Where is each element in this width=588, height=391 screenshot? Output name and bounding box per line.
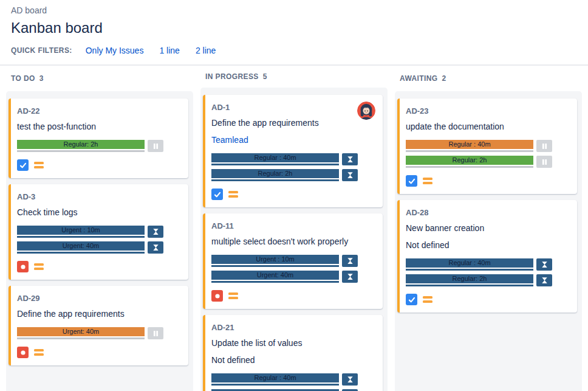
time-bar: Regular : 40m — [406, 140, 533, 152]
card-title: Update the list of values — [211, 338, 375, 348]
hourglass-icon[interactable] — [342, 373, 358, 386]
time-bar-track — [17, 252, 145, 254]
bug-icon — [17, 347, 29, 358]
card-key: AD-1 — [211, 103, 375, 112]
time-bar-track — [211, 384, 339, 386]
filter-only-my-issues[interactable]: Only My Issues — [86, 46, 144, 55]
card-ad-29[interactable]: AD-29Define the app requirementsUrgent: … — [9, 286, 188, 365]
time-bar-track — [406, 269, 533, 271]
board-column-to-do: TO DO3AD-22test the post-functionRegular… — [6, 66, 193, 391]
card-assignee-link[interactable]: Teamlead — [211, 135, 375, 145]
time-bar-track — [17, 236, 145, 238]
time-bar-label: Urgent: 40m — [17, 327, 145, 336]
card-note: Not defined — [406, 240, 570, 251]
card-ad-28[interactable]: AD-28New banner creationNot definedRegul… — [397, 200, 577, 313]
priority-medium-icon — [228, 292, 238, 299]
time-bar-track — [406, 285, 533, 286]
bug-icon — [17, 261, 29, 272]
column-body: AD-22test the post-functionRegular: 2hAD… — [6, 91, 193, 391]
card-ad-1[interactable]: AD-1Define the app requirementsTeamleadR… — [203, 95, 383, 207]
hourglass-icon[interactable] — [342, 255, 358, 267]
time-bars: Regular : 40mRegular: 2h — [211, 153, 375, 181]
card-ad-21[interactable]: AD-21Update the list of valuesNot define… — [203, 315, 383, 391]
time-bar-row: Regular : 40m — [406, 258, 570, 271]
column-header: IN PROGRESS5 — [200, 66, 388, 88]
priority-medium-icon — [228, 191, 238, 198]
hourglass-icon[interactable] — [148, 226, 163, 238]
card-ad-11[interactable]: AD-11multiple select doesn't work proper… — [203, 213, 383, 309]
pause-icon[interactable] — [148, 140, 163, 152]
time-bar-track — [406, 166, 533, 168]
task-icon — [17, 159, 29, 171]
column-header: AWAITING2 — [395, 66, 582, 91]
priority-medium-icon — [423, 296, 432, 303]
card-footer — [17, 159, 181, 171]
priority-medium-icon — [423, 178, 432, 184]
time-bar: Urgent: 40m — [211, 271, 339, 283]
time-bar-label: Regular : 40m — [406, 140, 533, 149]
card-key: AD-23 — [406, 106, 570, 116]
time-bar: Urgent: 40m — [17, 241, 145, 254]
card-title: multiple select doesn't work properly — [211, 237, 375, 247]
task-icon — [406, 175, 417, 187]
pause-icon[interactable] — [148, 327, 163, 339]
hourglass-icon[interactable] — [342, 169, 358, 181]
assignee-avatar[interactable] — [357, 102, 375, 120]
time-bar: Regular: 2h — [211, 169, 339, 181]
card-title: Define the app requirements — [211, 118, 375, 128]
column-count: 2 — [442, 74, 446, 83]
time-bar-track — [211, 179, 339, 181]
column-count: 3 — [39, 74, 44, 83]
time-bar-row: Urgent: 40m — [17, 327, 181, 339]
time-bar: Urgent : 10m — [17, 226, 145, 238]
card-ad-22[interactable]: AD-22test the post-functionRegular: 2h — [9, 99, 188, 178]
filter-1-line[interactable]: 1 line — [159, 46, 179, 55]
board-column-in-progress: IN PROGRESS5AD-1Define the app requireme… — [200, 66, 388, 391]
hourglass-icon[interactable] — [148, 241, 163, 254]
column-name: TO DO — [11, 74, 35, 83]
card-footer — [211, 290, 375, 302]
time-bar-label: Urgent : 10m — [211, 255, 339, 264]
bug-icon — [211, 290, 223, 302]
card-footer — [211, 189, 375, 200]
hourglass-icon[interactable] — [536, 258, 552, 271]
time-bars: Urgent : 10mUrgent: 40m — [211, 255, 375, 283]
hourglass-icon[interactable] — [536, 274, 552, 286]
priority-medium-icon — [34, 162, 44, 168]
time-bars: Urgent: 40m — [17, 327, 181, 339]
time-bar-label: Urgent : 10m — [17, 226, 145, 235]
pause-icon[interactable] — [536, 140, 552, 152]
time-bar-track — [211, 281, 339, 283]
card-title: New banner creation — [406, 223, 570, 234]
card-key: AD-21 — [211, 323, 375, 332]
time-bar-label: Regular: 2h — [406, 274, 533, 283]
quick-filters-row: QUICK FILTERS: Only My Issues 1 line 2 l… — [11, 46, 577, 64]
task-icon — [406, 294, 417, 305]
column-count: 5 — [263, 72, 267, 81]
card-title: Define the app requirements — [17, 309, 181, 319]
pause-icon[interactable] — [536, 156, 552, 168]
time-bar-track — [211, 164, 339, 165]
hourglass-icon[interactable] — [342, 271, 358, 283]
time-bar-row: Urgent: 40m — [211, 271, 375, 283]
hourglass-icon[interactable] — [342, 153, 358, 165]
time-bar-row: Regular: 2h — [406, 156, 570, 168]
breadcrumb[interactable]: AD board — [11, 5, 577, 15]
time-bars: Urgent : 10mUrgent: 40m — [17, 226, 181, 254]
quick-filters-label: QUICK FILTERS: — [11, 46, 72, 55]
time-bar: Regular : 40m — [211, 373, 339, 386]
card-title: test the post-function — [17, 122, 181, 132]
time-bar-label: Urgent: 40m — [17, 241, 145, 251]
card-ad-23[interactable]: AD-23update the documentationRegular : 4… — [397, 99, 577, 194]
filter-2-line[interactable]: 2 line — [196, 46, 216, 55]
card-ad-3[interactable]: AD-3Check time logsUrgent : 10mUrgent: 4… — [9, 184, 188, 280]
priority-medium-icon — [34, 349, 44, 356]
time-bar: Urgent : 10m — [211, 255, 339, 267]
card-footer — [406, 294, 570, 305]
time-bar-row: Regular: 2h — [17, 140, 181, 152]
card-key: AD-29 — [17, 294, 181, 303]
task-icon — [211, 189, 223, 200]
time-bar-row: Regular : 40m — [211, 373, 375, 386]
card-title: update the documentation — [406, 122, 570, 132]
card-key: AD-11 — [211, 221, 375, 230]
